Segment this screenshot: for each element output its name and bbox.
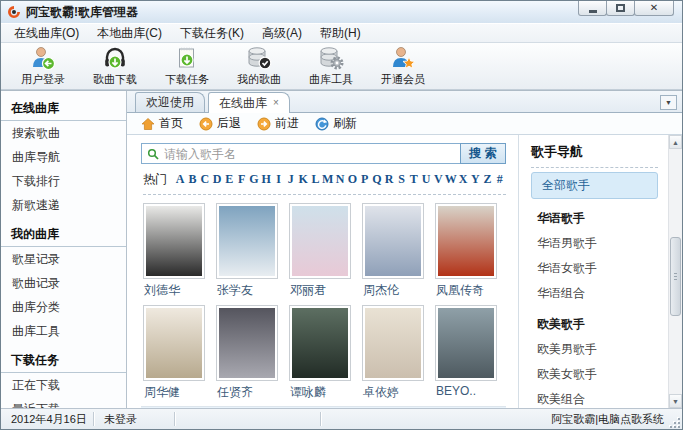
menu-item[interactable]: 在线曲库(O) [5,23,88,44]
singer-photo[interactable] [289,203,351,279]
letter-filter[interactable]: P [358,172,370,187]
scrollbar-thumb[interactable] [670,237,681,315]
sidebar-item[interactable]: 下载排行 [1,169,126,193]
singer-name[interactable]: 周杰伦 [363,282,399,299]
scroll-down-icon[interactable]: ▼ [669,394,682,408]
sidebar-item[interactable]: 歌曲记录 [1,271,126,295]
singer-card[interactable]: 谭咏麟 [287,303,360,405]
letter-filter[interactable]: W [445,172,457,187]
singer-card[interactable]: 周华健 [141,303,214,405]
letter-filter[interactable]: D [211,172,223,187]
singer-photo[interactable] [289,305,351,381]
hot-filter[interactable]: 热门 [143,171,167,188]
search-input[interactable] [164,147,455,161]
singer-card[interactable]: 刘德华 [141,201,214,303]
letter-filter[interactable]: Q [371,172,383,187]
sidebar-item[interactable]: 新歌速递 [1,193,126,217]
letter-filter[interactable]: Z [481,172,493,187]
letter-filter[interactable]: E [223,172,235,187]
singer-card[interactable]: BEYO.. [433,303,506,405]
sidebar-item[interactable]: 曲库工具 [1,319,126,343]
letter-filter[interactable]: I [272,172,284,187]
sidebar-item[interactable]: 曲库导航 [1,145,126,169]
singer-photo[interactable] [216,203,278,279]
letter-filter[interactable]: U [420,172,432,187]
letter-filter[interactable]: C [199,172,211,187]
singer-photo[interactable] [216,305,278,381]
sidebar-item[interactable]: 曲库分类 [1,295,126,319]
singer-card[interactable]: 邓丽君 [287,201,360,303]
singer-name[interactable]: 邓丽君 [290,282,326,299]
letter-filter[interactable]: S [395,172,407,187]
letter-filter[interactable]: # [494,172,506,187]
scroll-up-icon[interactable]: ▲ [669,135,682,149]
letter-filter[interactable]: V [432,172,444,187]
back-button[interactable]: 后退 [195,113,249,134]
singer-card[interactable]: 凤凰传奇 [433,201,506,303]
menu-item[interactable]: 下载任务(K) [171,23,253,44]
menu-item[interactable]: 本地曲库(C) [88,23,171,44]
tab-close-icon[interactable]: × [273,98,279,108]
user-login-button[interactable]: 用户登录 [7,44,79,88]
artist-nav-item[interactable]: 华语组合 [531,282,658,305]
resize-grip[interactable] [668,416,680,428]
menu-item[interactable]: 帮助(H) [311,23,370,44]
download-tasks-button[interactable]: 下载任务 [151,44,223,88]
tab-welcome[interactable]: 欢迎使用 [135,92,205,112]
singer-name[interactable]: BEYO.. [436,384,476,398]
singer-name[interactable]: 任贤齐 [217,384,253,401]
singer-photo[interactable] [143,203,205,279]
singer-card[interactable]: 张学友 [214,201,287,303]
singer-photo[interactable] [435,305,497,381]
song-download-button[interactable]: 歌曲下载 [79,44,151,88]
close-button[interactable]: ✕ [634,1,674,16]
sidebar-item[interactable]: 搜索歌曲 [1,121,126,145]
refresh-button[interactable]: 刷新 [311,113,365,134]
singer-name[interactable]: 张学友 [217,282,253,299]
letter-filter[interactable]: O [346,172,358,187]
letter-filter[interactable]: B [186,172,198,187]
letter-filter[interactable]: T [408,172,420,187]
sidebar-item[interactable]: 最近下载 [1,397,126,408]
singer-photo[interactable] [362,305,424,381]
singer-card[interactable]: 任贤齐 [214,303,287,405]
maximize-button[interactable] [606,1,635,16]
vertical-scrollbar[interactable]: ▲ ▼ [668,135,682,408]
singer-name[interactable]: 刘德华 [144,282,180,299]
letter-filter[interactable]: A [174,172,186,187]
letter-filter[interactable]: Y [469,172,481,187]
singer-card[interactable]: 卓依婷 [360,303,433,405]
sidebar-item[interactable]: 正在下载 [1,373,126,397]
scrollbar-track[interactable] [669,149,682,394]
singer-name[interactable]: 周华健 [144,384,180,401]
artist-nav-item[interactable]: 欧美男歌手 [531,338,658,361]
artist-nav-item[interactable]: 华语女歌手 [531,257,658,280]
forward-button[interactable]: 前进 [253,113,307,134]
artist-nav-item[interactable]: 华语歌手 [531,207,658,230]
search-button[interactable]: 搜索 [460,143,506,164]
letter-filter[interactable]: G [248,172,260,187]
minimize-button[interactable] [578,1,607,16]
my-songs-button[interactable]: 我的歌曲 [223,44,295,88]
artist-nav-item[interactable]: 欧美组合 [531,388,658,408]
singer-photo[interactable] [362,203,424,279]
singer-card[interactable]: 周杰伦 [360,201,433,303]
tab-online-library[interactable]: 在线曲库 × [208,92,290,113]
letter-filter[interactable]: R [383,172,395,187]
artist-nav-item[interactable]: 全部歌手 [531,172,658,199]
home-button[interactable]: 首页 [137,113,191,134]
letter-filter[interactable]: J [285,172,297,187]
tab-list-dropdown-button[interactable]: ▼ [660,95,677,110]
vip-member-button[interactable]: 开通会员 [367,44,439,88]
letter-filter[interactable]: X [457,172,469,187]
singer-photo[interactable] [143,305,205,381]
artist-nav-item[interactable]: 欧美歌手 [531,313,658,336]
letter-filter[interactable]: L [309,172,321,187]
title-bar[interactable]: 阿宝歌霸!歌库管理器 ✕ [1,1,682,23]
singer-name[interactable]: 卓依婷 [363,384,399,401]
singer-name[interactable]: 谭咏麟 [290,384,326,401]
letter-filter[interactable]: N [334,172,346,187]
letter-filter[interactable]: M [322,172,334,187]
menu-item[interactable]: 高级(A) [253,23,311,44]
artist-nav-item[interactable]: 欧美女歌手 [531,363,658,386]
